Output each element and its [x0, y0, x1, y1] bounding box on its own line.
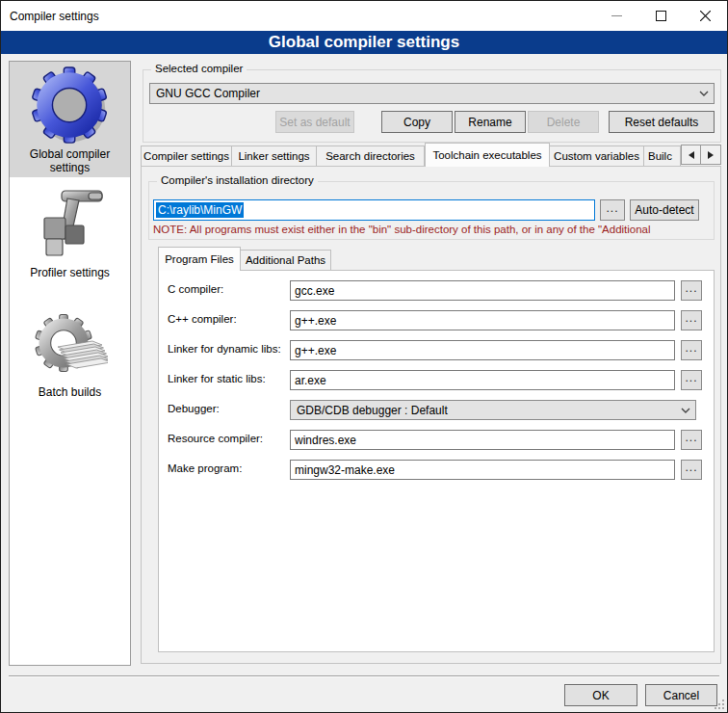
sidebar-item-label: Batch builds [10, 383, 130, 405]
chevron-down-icon [676, 408, 695, 413]
sidebar-item-label: Profiler settings [10, 264, 130, 285]
ellipsis-icon: ... [685, 311, 697, 325]
tab-linker-settings[interactable]: Linker settings [232, 145, 317, 167]
c-compiler-browse-button[interactable]: ... [681, 280, 702, 301]
tab-scroll-left-button[interactable] [681, 145, 701, 165]
make-program-input[interactable] [290, 460, 675, 480]
compiler-settings-dialog: Compiler settings Global compiler settin… [0, 0, 728, 713]
field-label: Resource compiler: [168, 433, 263, 444]
settings-category-sidebar: Global compiler settings Profiler setti [9, 61, 131, 666]
installation-directory-group-label: Compiler's installation directory [157, 174, 318, 186]
field-label: Linker for static libs: [168, 373, 266, 384]
tab-additional-paths[interactable]: Additional Paths [241, 250, 331, 271]
installation-directory-input[interactable]: C:\raylib\MinGW [153, 199, 595, 221]
dynamic-linker-browse-button[interactable]: ... [681, 340, 702, 360]
auto-detect-button[interactable]: Auto-detect [630, 199, 699, 221]
compiler-tabs: Compiler settings Linker settings Search… [141, 143, 681, 167]
ellipsis-icon: ... [685, 371, 697, 384]
field-label: Debugger: [168, 403, 220, 414]
titlebar[interactable]: Compiler settings [1, 1, 727, 31]
resource-compiler-browse-button[interactable]: ... [681, 430, 702, 450]
set-as-default-button[interactable]: Set as default [275, 111, 354, 133]
window-title: Compiler settings [10, 10, 99, 23]
resize-grip[interactable] [715, 700, 725, 710]
ellipsis-icon: ... [606, 201, 618, 215]
right-triangle-icon [708, 151, 714, 159]
sidebar-item-label: Global compiler settings [10, 145, 130, 180]
note-text: NOTE: All programs must exist either in … [153, 224, 712, 235]
static-linker-input[interactable] [290, 370, 675, 390]
cpp-compiler-input[interactable] [290, 310, 675, 330]
ellipsis-icon: ... [685, 281, 697, 295]
debugger-dropdown[interactable]: GDB/CDB debugger : Default [290, 400, 696, 420]
tab-program-files[interactable]: Program Files [158, 247, 241, 271]
minimize-button[interactable] [594, 1, 638, 31]
chevron-down-icon [694, 91, 714, 96]
left-triangle-icon [689, 151, 694, 159]
tab-scroll-right-button[interactable] [701, 145, 721, 165]
sidebar-item-batch-builds[interactable]: Batch builds [10, 312, 130, 407]
sidebar-item-profiler-settings[interactable]: Profiler settings [10, 183, 130, 285]
tab-custom-variables[interactable]: Custom variables [550, 145, 644, 167]
cancel-button[interactable]: Cancel [645, 684, 717, 706]
sidebar-item-global-compiler-settings[interactable]: Global compiler settings [10, 62, 130, 177]
tab-compiler-settings[interactable]: Compiler settings [141, 145, 232, 167]
close-button[interactable] [683, 1, 727, 31]
ellipsis-icon: ... [685, 341, 697, 355]
field-label: C++ compiler: [168, 313, 237, 325]
debugger-value: GDB/CDB debugger : Default [291, 404, 676, 417]
field-label: Linker for dynamic libs: [168, 343, 281, 355]
batch-builds-gear-stack-icon [10, 312, 130, 383]
tab-search-directories[interactable]: Search directories [317, 145, 425, 167]
selected-compiler-value: GNU GCC Compiler [150, 87, 694, 100]
selected-compiler-dropdown[interactable]: GNU GCC Compiler [149, 83, 715, 104]
field-label: C compiler: [168, 283, 223, 295]
profiler-caliper-icon [10, 185, 130, 264]
ellipsis-icon: ... [685, 431, 697, 444]
maximize-icon [656, 11, 666, 21]
dynamic-linker-input[interactable] [290, 340, 675, 360]
rename-button[interactable]: Rename [455, 111, 526, 133]
copy-button[interactable]: Copy [381, 111, 453, 133]
selected-compiler-group-label: Selected compiler [151, 63, 247, 74]
blue-gear-icon [10, 66, 130, 145]
browse-directory-button[interactable]: ... [600, 199, 625, 221]
field-label: Make program: [168, 462, 242, 474]
page-title: Global compiler settings [1, 31, 727, 54]
installation-directory-value: C:\raylib\MinGW [156, 202, 244, 218]
static-linker-browse-button[interactable]: ... [681, 370, 702, 390]
program-files-tabs: Program Files Additional Paths [158, 247, 331, 271]
resource-compiler-input[interactable] [290, 430, 675, 450]
close-icon [700, 11, 711, 21]
tab-toolchain-executables[interactable]: Toolchain executables [425, 143, 550, 167]
c-compiler-input[interactable] [290, 280, 675, 301]
window-controls [594, 1, 727, 31]
delete-button[interactable]: Delete [528, 111, 599, 133]
maximize-button[interactable] [638, 1, 683, 31]
ok-button[interactable]: OK [564, 684, 637, 706]
footer-divider [9, 675, 719, 677]
ellipsis-icon: ... [685, 461, 697, 474]
cpp-compiler-browse-button[interactable]: ... [681, 310, 702, 330]
make-program-browse-button[interactable]: ... [681, 460, 702, 480]
reset-defaults-button[interactable]: Reset defaults [609, 111, 715, 133]
minimize-icon [611, 11, 622, 21]
tab-build-options-truncated[interactable]: Builc [644, 145, 681, 167]
